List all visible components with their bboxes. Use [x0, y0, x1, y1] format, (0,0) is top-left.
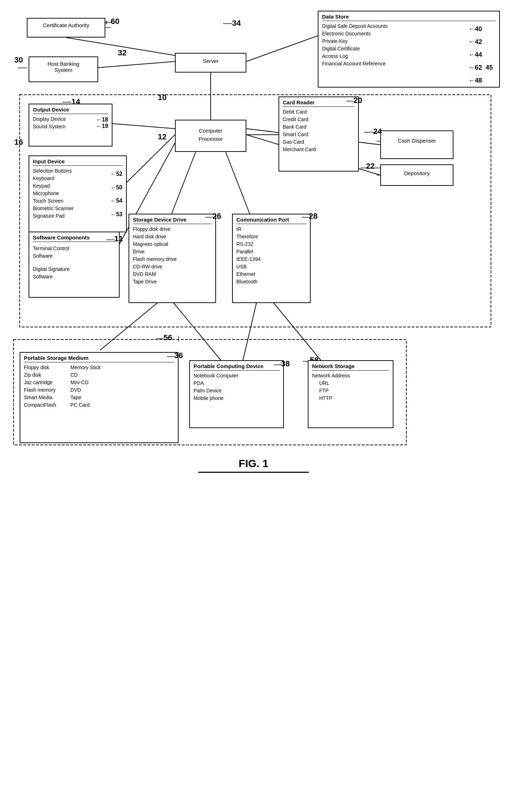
bluetooth-label: Bluetooth	[236, 278, 306, 286]
num-10: 10	[158, 93, 166, 102]
data-store-item-5: Access Log	[322, 53, 388, 60]
card-reader-box: Card Reader Debit Card Credit Card Bank …	[278, 96, 359, 172]
network-address-label: Network Address	[312, 372, 389, 380]
svg-line-8	[120, 135, 175, 189]
arrow-20	[346, 98, 355, 104]
num-42: ←42	[468, 35, 493, 48]
display-device-label: Display Device	[33, 115, 66, 123]
num-53: ←53	[110, 208, 122, 221]
num-18: ←18	[96, 117, 108, 123]
pda-label: PDA	[194, 380, 280, 387]
certificate-authority-label: Certificate Authority	[31, 21, 101, 28]
cash-dispenser-box: Cash Dispenser	[380, 130, 453, 159]
computer-processor-box: ComputerProcessor	[175, 120, 246, 152]
hard-disk-label: Hard disk drive	[133, 233, 212, 241]
communication-port-box: Communication Port IR Therefore RS-232 P…	[232, 214, 311, 303]
keyboard-label: Keyboard	[33, 175, 74, 182]
host-banking-box: Host BankingSystem	[29, 56, 98, 82]
palm-device-label: Palm Device	[194, 387, 280, 395]
computer-processor-label: ComputerProcessor	[179, 123, 242, 143]
arrow-14	[62, 99, 73, 106]
num-12: 12	[158, 132, 166, 142]
rs232-label: RS-232	[236, 241, 306, 248]
http-label: HTTP	[319, 395, 389, 402]
selection-buttons-label: Selection Buttons	[33, 167, 74, 175]
svg-line-13	[246, 36, 318, 61]
network-storage-title: Network Storage	[312, 363, 389, 371]
gas-card-label: Gas Card	[283, 138, 355, 146]
data-store-item-6: Financial Account Reference	[322, 60, 388, 68]
figure-caption: FIG. 1	[200, 457, 307, 470]
tape-label: Tape	[70, 394, 101, 401]
portable-storage-title: Portable Storage Medium	[24, 355, 174, 362]
ethernet-label: Ethernet	[236, 271, 306, 278]
network-storage-box: Network Storage Network Address URL FTP …	[308, 360, 393, 428]
mini-cd-label: Mini-CD	[70, 379, 101, 386]
arrow-56	[156, 336, 165, 341]
data-store-box: Data Store Digital Safe Deposit Accounts…	[318, 11, 500, 88]
flash-memory-label: Flash memory drive	[133, 256, 212, 263]
svg-line-11	[95, 61, 175, 68]
tape-drive-label: Tape Drive	[133, 278, 212, 286]
sound-system-label: Sound System	[33, 123, 66, 130]
url-label: URL	[319, 380, 389, 387]
server-label: Server	[179, 56, 242, 64]
output-device-box: Output Device Display Device Sound Syste…	[29, 104, 112, 147]
svg-line-6	[171, 150, 196, 214]
num-44: ←44	[468, 48, 493, 61]
svg-line-16	[243, 300, 257, 361]
portable-storage-box: Portable Storage Medium Floppy disk Zip …	[20, 352, 179, 443]
smart-media-label: Smart Media	[24, 394, 56, 401]
num-16: 16	[14, 138, 23, 147]
ftp-label: FTP	[319, 387, 389, 395]
arrow-60	[105, 17, 114, 26]
num-52: ←52	[110, 167, 122, 181]
num-30: 30	[14, 55, 23, 65]
depository-box: Depository	[380, 164, 453, 186]
num-62-45: ←62 45	[468, 61, 493, 74]
figure-underline	[198, 472, 309, 473]
storage-device-box: Storage Device Drive Floppy disk drive H…	[129, 214, 216, 303]
floppy-disk-storage: Floppy disk	[24, 364, 56, 371]
drive-label: Drive	[133, 248, 212, 256]
debit-card-label: Debit Card	[283, 108, 355, 116]
arrow-34	[223, 20, 234, 27]
software-components-title: Software Components	[33, 234, 115, 242]
card-reader-title: Card Reader	[283, 99, 355, 107]
communication-port-title: Communication Port	[236, 217, 306, 224]
svg-line-7	[225, 150, 250, 214]
output-device-title: Output Device	[33, 106, 108, 114]
arrow-11	[106, 237, 116, 242]
usb-label: USB	[236, 263, 306, 271]
input-device-box: Input Device Selection Buttons Keyboard …	[29, 155, 127, 232]
credit-card-label: Credit Card	[283, 116, 355, 123]
arrow-38	[274, 362, 283, 367]
keypad-label: Keypad	[33, 182, 74, 190]
arrow-36	[167, 354, 176, 359]
ir-label: IR	[236, 225, 306, 233]
smart-card-label: Smart Card	[283, 131, 355, 138]
notebook-computer-label: Notebook Computer	[194, 372, 280, 380]
svg-line-9	[109, 123, 175, 129]
host-banking-label: Host BankingSystem	[33, 59, 94, 73]
cdrw-label: CD-RW drive	[133, 263, 212, 271]
biometric-label: Biometric Scanner	[33, 205, 74, 212]
server-box: Server	[175, 53, 246, 73]
arrow-22	[361, 165, 382, 170]
software-components-box: Software Components Terminal ControlSoft…	[29, 232, 120, 298]
num-54: ←54	[110, 194, 122, 208]
merchant-card-label: Merchant Card	[283, 146, 355, 153]
signature-pad-label: Signature Pad	[33, 212, 74, 220]
data-store-item-2: Electronic Documents	[322, 30, 388, 38]
microphone-label: Microphone	[33, 190, 74, 197]
pc-card-label: PC Card	[70, 401, 101, 409]
therefore-label: Therefore	[236, 233, 306, 241]
memory-stick-label: Memory Stick	[70, 364, 101, 371]
dvd-label: DVD	[70, 386, 101, 394]
data-store-item-3: Private Key	[322, 38, 388, 45]
cd-label: CD	[70, 371, 101, 379]
svg-line-14	[100, 300, 161, 350]
depository-label: Depository	[385, 167, 449, 176]
ieee1394-label: IEEE-1394	[236, 256, 306, 263]
jaz-cartridge-label: Jaz cartridge	[24, 379, 56, 386]
